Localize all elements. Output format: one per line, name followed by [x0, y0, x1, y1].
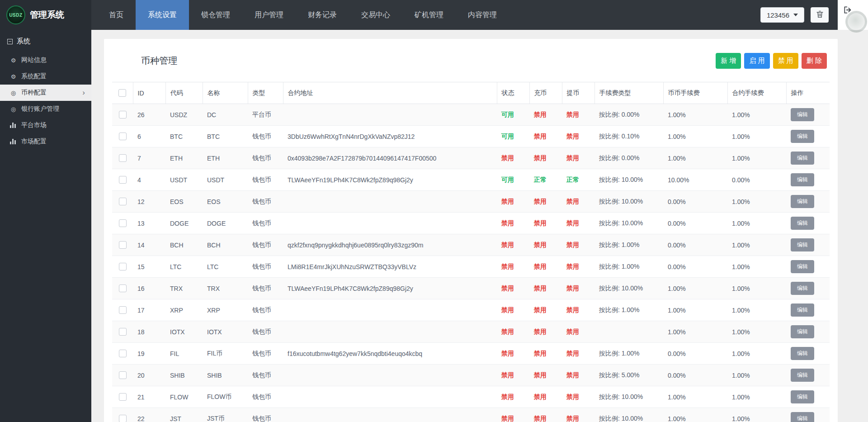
- row-checkbox[interactable]: [119, 198, 127, 205]
- edit-button[interactable]: 编辑: [791, 195, 814, 208]
- edit-button[interactable]: 编辑: [791, 130, 814, 143]
- topnav-item-1[interactable]: 首页: [97, 0, 136, 30]
- cell-code: JST: [165, 408, 203, 422]
- status-badge: 禁用: [566, 284, 579, 292]
- topnav-item-2[interactable]: 系统设置: [136, 0, 189, 30]
- user-dropdown[interactable]: 123456: [760, 7, 804, 23]
- row-checkbox[interactable]: [119, 371, 127, 379]
- action-button-1[interactable]: 新 增: [716, 53, 741, 69]
- cell-name: IOTX: [203, 321, 248, 343]
- row-checkbox[interactable]: [119, 393, 127, 401]
- topnav-item-8[interactable]: 内容管理: [456, 0, 509, 30]
- edit-button[interactable]: 编辑: [791, 108, 814, 121]
- row-checkbox[interactable]: [119, 219, 127, 227]
- edit-button[interactable]: 编辑: [791, 173, 814, 186]
- edit-button[interactable]: 编辑: [791, 238, 814, 251]
- row-select-cell: [112, 126, 133, 147]
- content-card: 币种管理 新 增启 用禁 用删 除 ID代码名称类型合约地址状态充币提币手续费类…: [104, 39, 838, 422]
- row-checkbox[interactable]: [119, 133, 127, 140]
- cell-contract_fee: 1.00%: [727, 191, 786, 213]
- status-badge: 可用: [501, 176, 514, 183]
- status-badge: 禁用: [534, 154, 547, 161]
- edit-button[interactable]: 编辑: [791, 260, 814, 273]
- cell-deposit: 禁用: [529, 299, 562, 321]
- cell-code: LTC: [165, 256, 203, 278]
- app-logo-text: USDZ: [9, 13, 22, 18]
- cell-type: 平台币: [248, 104, 283, 126]
- cell-contract_fee: 1.00%: [727, 299, 786, 321]
- row-checkbox[interactable]: [119, 350, 127, 357]
- edit-button[interactable]: 编辑: [791, 152, 814, 165]
- topnav-item-5[interactable]: 财务记录: [296, 0, 349, 30]
- cell-coin_fee: 0.00%: [663, 343, 727, 365]
- cell-withdraw: 禁用: [562, 104, 594, 126]
- sidebar-item-5[interactable]: 平台市场: [0, 117, 91, 133]
- cell-fee_type: 按比例: 10.00%: [594, 169, 663, 191]
- action-button-3[interactable]: 禁 用: [773, 53, 798, 69]
- edit-button[interactable]: 编辑: [791, 369, 814, 382]
- row-checkbox[interactable]: [119, 415, 127, 422]
- table-row: 26USDZDC平台币可用禁用禁用按比例: 0.00%1.00%1.00%编辑: [112, 104, 830, 126]
- cell-name: DC: [203, 104, 248, 126]
- cell-type: 钱包币: [248, 278, 283, 299]
- app-title: 管理系统: [30, 9, 64, 21]
- edit-button[interactable]: 编辑: [791, 347, 814, 360]
- cell-id: 19: [133, 343, 165, 365]
- trash-button[interactable]: [811, 7, 829, 23]
- sidebar-item-2[interactable]: ⚙系统配置: [0, 68, 91, 85]
- row-checkbox[interactable]: [119, 306, 127, 314]
- cell-coin_fee: 1.00%: [663, 321, 727, 343]
- action-button-2[interactable]: 启 用: [744, 53, 769, 69]
- cell-id: 7: [133, 147, 165, 169]
- topnav-item-3[interactable]: 锁仓管理: [189, 0, 242, 30]
- sidebar-item-4[interactable]: ◎银行账户管理: [0, 101, 91, 117]
- sidebar-item-3[interactable]: ◎币种配置›: [0, 85, 91, 101]
- edit-button[interactable]: 编辑: [791, 390, 814, 403]
- table-row: 18IOTXIOTX钱包币禁用禁用禁用1.00%1.00%编辑: [112, 321, 830, 343]
- cell-deposit: 禁用: [529, 213, 562, 234]
- cell-deposit: 禁用: [529, 234, 562, 256]
- bullseye-icon: ◎: [10, 90, 17, 96]
- row-checkbox[interactable]: [119, 328, 127, 336]
- row-checkbox[interactable]: [119, 154, 127, 162]
- cell-name: USDT: [203, 169, 248, 191]
- table-row: 13DOGEDOGE钱包币禁用禁用禁用按比例: 10.00%0.00%1.00%…: [112, 213, 830, 234]
- action-button-4[interactable]: 删 除: [802, 53, 827, 69]
- cell-type: 钱包币: [248, 147, 283, 169]
- edit-button[interactable]: 编辑: [791, 217, 814, 230]
- status-badge: 禁用: [566, 350, 579, 357]
- sidebar-section-system[interactable]: 系统: [0, 30, 91, 52]
- edit-button[interactable]: 编辑: [791, 303, 814, 317]
- topnav-item-6[interactable]: 交易中心: [349, 0, 402, 30]
- topnav-item-4[interactable]: 用户管理: [242, 0, 296, 30]
- row-checkbox[interactable]: [119, 176, 127, 184]
- row-checkbox[interactable]: [119, 263, 127, 270]
- action-toolbar: 新 增启 用禁 用删 除: [716, 53, 827, 69]
- topnav-item-7[interactable]: 矿机管理: [402, 0, 456, 30]
- table-row: 17XRPXRP钱包币禁用禁用禁用按比例: 1.00%1.00%1.00%编辑: [112, 299, 830, 321]
- cell-contract: [283, 386, 497, 408]
- edit-button[interactable]: 编辑: [791, 412, 814, 422]
- select-all-checkbox[interactable]: [118, 89, 126, 97]
- cell-contract_fee: 1.00%: [727, 104, 786, 126]
- status-badge: 禁用: [534, 415, 547, 422]
- cell-actions: 编辑: [786, 321, 830, 343]
- cell-withdraw: 禁用: [562, 386, 594, 408]
- row-checkbox[interactable]: [119, 284, 127, 292]
- cell-deposit: 禁用: [529, 365, 562, 386]
- cell-code: USDZ: [165, 104, 203, 126]
- sidebar-item-6[interactable]: 市场配置: [0, 133, 91, 150]
- edit-button[interactable]: 编辑: [791, 282, 814, 295]
- row-checkbox[interactable]: [119, 241, 127, 249]
- table-row: 12EOSEOS钱包币禁用禁用禁用按比例: 10.00%0.00%1.00%编辑: [112, 191, 830, 213]
- cell-coin_fee: 0.00%: [663, 191, 727, 213]
- collapse-icon: [7, 39, 13, 44]
- cell-code: TRX: [165, 278, 203, 299]
- table-row: 16TRXTRX钱包币TLWAeeYFn19LPh4K7C8Wk2fpZ89q9…: [112, 278, 830, 299]
- cell-actions: 编辑: [786, 256, 830, 278]
- chart-icon: [10, 139, 17, 144]
- sidebar-item-1[interactable]: ⚙网站信息: [0, 52, 91, 68]
- status-badge: 禁用: [501, 328, 514, 335]
- edit-button[interactable]: 编辑: [791, 325, 814, 338]
- row-checkbox[interactable]: [119, 111, 127, 119]
